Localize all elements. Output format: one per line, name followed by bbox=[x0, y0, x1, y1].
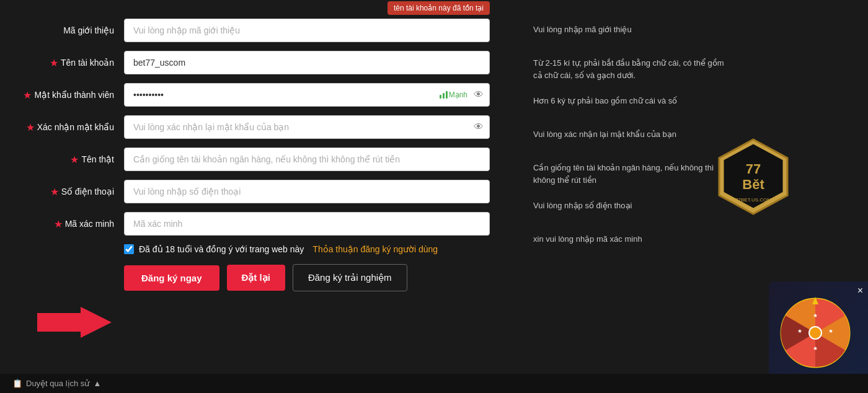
wheel-image[interactable]: ★ ★ ★ ★ bbox=[778, 296, 859, 376]
required-star-6: ★ bbox=[54, 218, 63, 230]
svg-text:★: ★ bbox=[813, 312, 818, 319]
register-button[interactable]: Đăng ký ngay bbox=[124, 265, 219, 291]
ten-that-input[interactable] bbox=[124, 148, 490, 171]
svg-marker-0 bbox=[37, 307, 112, 338]
registration-form: Mã giới thiệu tên tài khoản này đã tồn t… bbox=[12, 19, 521, 304]
required-star-2: ★ bbox=[23, 89, 32, 101]
close-wheel-button[interactable]: × bbox=[857, 285, 863, 296]
brand-widget: 77 Bět 77BET.US.COM bbox=[713, 136, 794, 219]
ma-gioi-thieu-row: Mã giới thiệu tên tài khoản này đã tồn t… bbox=[12, 19, 521, 42]
terms-link[interactable]: Thỏa thuận đăng ký người dùng bbox=[312, 244, 438, 254]
hint-5: Vui lòng nhập số điện thoại bbox=[533, 195, 732, 219]
ma-xac-minh-label: ★ Mã xác minh bbox=[12, 218, 124, 230]
xac-nhan-eye: 👁 bbox=[474, 121, 484, 133]
ten-tai-khoan-input[interactable] bbox=[124, 51, 490, 74]
xac-nhan-wrapper: 👁 bbox=[124, 115, 490, 139]
mat-khau-row: ★ Mật khẩu thành viên Mạnh 👁 bbox=[12, 83, 521, 107]
svg-text:77BET.US.COM: 77BET.US.COM bbox=[735, 197, 771, 203]
password-icons: Mạnh 👁 bbox=[440, 89, 484, 100]
mat-khau-label: ★ Mật khẩu thành viên bbox=[12, 89, 124, 101]
hint-text-4: Cần giống tên tài khoản ngân hàng, nếu k… bbox=[533, 162, 732, 186]
so-dien-thoai-label: ★ Số điện thoại bbox=[12, 186, 124, 198]
hint-text-0: Vui lòng nhập mã giới thiệu bbox=[533, 24, 632, 36]
ten-that-wrapper bbox=[124, 148, 490, 171]
ten-tai-khoan-wrapper bbox=[124, 51, 490, 74]
toggle-password-icon[interactable]: 👁 bbox=[474, 89, 484, 100]
footer-bar: 📋 Duyệt qua lịch sử ▲ bbox=[0, 374, 868, 393]
strength-bars bbox=[440, 91, 448, 99]
svg-text:77: 77 bbox=[746, 161, 761, 177]
error-tooltip: tên tài khoản này đã tồn tại bbox=[388, 1, 490, 15]
trial-button[interactable]: Đăng ký trải nghiệm bbox=[293, 264, 407, 291]
bar2 bbox=[443, 93, 445, 99]
required-star-3: ★ bbox=[26, 121, 35, 133]
checkbox-label: Đã đủ 18 tuổi và đồng ý với trang web nà… bbox=[139, 244, 304, 254]
hint-text-5: Vui lòng nhập số điện thoại bbox=[533, 200, 632, 212]
required-star: ★ bbox=[50, 57, 58, 69]
hint-text-6: xin vui lòng nhập mã xác minh bbox=[533, 233, 642, 245]
xac-nhan-mat-khau-row: ★ Xác nhận mật khẩu 👁 bbox=[12, 115, 521, 139]
hint-0: Vui lòng nhập mã giới thiệu bbox=[533, 19, 732, 43]
reset-button[interactable]: Đặt lại bbox=[227, 265, 285, 291]
hint-3: Vui lòng xác nhận lại mật khẩu của bạn bbox=[533, 123, 732, 148]
footer-arrow-icon: ▲ bbox=[93, 379, 101, 388]
so-dien-thoai-wrapper bbox=[124, 180, 490, 203]
svg-point-11 bbox=[809, 327, 822, 339]
terms-row: Đã đủ 18 tuổi và đồng ý với trang web nà… bbox=[124, 244, 521, 254]
hints-panel: Vui lòng nhập mã giới thiệu Từ 2-15 kí t… bbox=[533, 19, 732, 304]
required-star-5: ★ bbox=[50, 186, 59, 198]
ma-gioi-thieu-input[interactable] bbox=[124, 19, 490, 42]
hint-6: xin vui lòng nhập mã xác minh bbox=[533, 228, 732, 253]
hint-2: Hơn 6 ký tự phải bao gồm chữ cái và số bbox=[533, 90, 732, 115]
bar1 bbox=[440, 95, 441, 99]
ten-that-row: ★ Tên thật bbox=[12, 148, 521, 171]
hint-text-3: Vui lòng xác nhận lại mật khẩu của bạn bbox=[533, 128, 676, 141]
ma-xac-minh-input[interactable] bbox=[124, 212, 490, 236]
so-dien-thoai-row: ★ Số điện thoại bbox=[12, 180, 521, 203]
required-star-4: ★ bbox=[70, 154, 79, 166]
svg-text:★: ★ bbox=[828, 328, 833, 334]
ma-xac-minh-wrapper bbox=[124, 212, 490, 236]
xac-nhan-label: ★ Xác nhận mật khẩu bbox=[12, 121, 124, 133]
arrow-container bbox=[37, 304, 112, 343]
svg-text:Bět: Bět bbox=[742, 177, 764, 192]
ma-gioi-thieu-wrapper: tên tài khoản này đã tồn tại bbox=[124, 19, 490, 42]
xac-nhan-input[interactable] bbox=[124, 115, 490, 139]
footer-label: Duyệt qua lịch sử bbox=[26, 379, 89, 388]
hint-1: Từ 2-15 kí tự, phải bắt đầu bằng chữ cái… bbox=[533, 52, 732, 81]
action-buttons: Đăng ký ngay Đặt lại Đăng ký trải nghiệm bbox=[124, 264, 521, 291]
svg-text:★: ★ bbox=[813, 345, 818, 351]
toggle-confirm-icon[interactable]: 👁 bbox=[474, 121, 484, 133]
svg-text:★: ★ bbox=[797, 328, 802, 334]
hint-4: Cần giống tên tài khoản ngân hàng, nếu k… bbox=[533, 157, 732, 186]
ma-xac-minh-row: ★ Mã xác minh bbox=[12, 212, 521, 236]
bar3 bbox=[446, 91, 448, 99]
brand-hexagon: 77 Bět 77BET.US.COM bbox=[713, 136, 794, 217]
arrow-icon bbox=[37, 304, 112, 341]
hint-text-1: Từ 2-15 kí tự, phải bắt đầu bằng chữ cái… bbox=[533, 57, 732, 81]
strength-label: Mạnh bbox=[449, 91, 467, 99]
terms-checkbox[interactable] bbox=[124, 244, 134, 254]
ten-that-label: ★ Tên thật bbox=[12, 154, 124, 166]
mat-khau-wrapper: Mạnh 👁 bbox=[124, 83, 490, 107]
ten-tai-khoan-row: ★ Tên tài khoản bbox=[12, 51, 521, 74]
mat-khau-input[interactable] bbox=[124, 83, 490, 107]
strength-indicator: Mạnh bbox=[440, 91, 470, 99]
hint-text-2: Hơn 6 ký tự phải bao gồm chữ cái và số bbox=[533, 95, 677, 107]
so-dien-thoai-input[interactable] bbox=[124, 180, 490, 203]
ma-gioi-thieu-label: Mã giới thiệu bbox=[12, 25, 124, 35]
history-icon: 📋 bbox=[12, 379, 22, 388]
ten-tai-khoan-label: ★ Tên tài khoản bbox=[12, 57, 124, 69]
wheel-svg: ★ ★ ★ ★ bbox=[778, 296, 852, 370]
